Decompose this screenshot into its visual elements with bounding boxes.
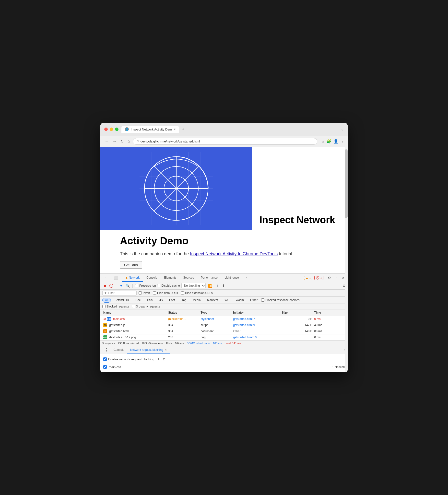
devtools-settings-button[interactable]: ⚙: [326, 275, 332, 281]
row2-name: JS getstarted.js: [102, 323, 167, 327]
invert-checkbox[interactable]: [138, 291, 142, 294]
clear-button[interactable]: 🚫: [109, 283, 114, 288]
tab-lighthouse[interactable]: Lighthouse: [221, 274, 242, 282]
devtools-inspect-button[interactable]: ⬜: [113, 275, 120, 281]
close-window-button[interactable]: [104, 127, 108, 131]
export-button[interactable]: ⬇: [221, 283, 226, 288]
type-filter-ws[interactable]: WS: [222, 298, 232, 302]
type-filter-js[interactable]: JS: [157, 298, 165, 302]
browser-window: 🌐 Inspect Network Activity Dem × + ⌄ ← →…: [100, 123, 348, 372]
blocking-content: Enable network request blocking + ⊘ main…: [100, 354, 348, 372]
row2-initiator: getstarted.html:9: [232, 323, 281, 327]
address-input[interactable]: ⊙ devtools.glitch.me/network/getstarted.…: [133, 138, 317, 145]
reload-button[interactable]: ↻: [120, 138, 125, 144]
blocked-checks: Blocked requests 3rd-party requests: [100, 304, 348, 309]
add-blocking-rule-button[interactable]: +: [156, 357, 161, 362]
tab-network-request-blocking[interactable]: Network request blocking ×: [127, 346, 170, 354]
tab-more[interactable]: »: [242, 274, 251, 282]
forward-button[interactable]: →: [112, 138, 118, 144]
description-link[interactable]: Inspect Network Activity In Chrome DevTo…: [190, 251, 278, 256]
table-row[interactable]: JS getstarted.js 304 script getstarted.h…: [100, 322, 348, 328]
bottom-panel-menu-button[interactable]: ⋮: [102, 347, 111, 353]
third-party-requests-label[interactable]: 3rd-party requests: [132, 305, 160, 308]
error-badge: 🚫 1: [314, 276, 323, 280]
type-filter-other[interactable]: Other: [247, 298, 260, 302]
new-tab-button[interactable]: +: [180, 126, 187, 133]
throttle-select[interactable]: No throttling: [181, 283, 206, 289]
minimize-window-button[interactable]: [110, 127, 113, 131]
get-data-button[interactable]: Get Data: [120, 261, 142, 269]
preserve-log-label[interactable]: Preserve log: [135, 284, 156, 288]
scrollbar[interactable]: [345, 147, 348, 372]
blocking-rule-checkbox[interactable]: [103, 365, 107, 369]
window-controls-right[interactable]: ⌄: [341, 127, 344, 131]
table-row[interactable]: IMG devtools.s…512.png 200 png getstarte…: [100, 334, 348, 341]
scrollbar-thumb[interactable]: [345, 149, 348, 218]
network-toolbar: ⏺ 🚫 ▼ 🔍 Preserve log Disable cache: [100, 282, 348, 289]
table-row[interactable]: H getstarted.html 304 document Other 148…: [100, 328, 348, 334]
preserve-log-checkbox[interactable]: [135, 284, 138, 287]
address-actions: ☆ 🧩 👤 ⋮: [321, 139, 344, 144]
hide-ext-urls-label[interactable]: Hide extension URLs: [181, 291, 213, 295]
tab-elements[interactable]: Elements: [161, 274, 180, 282]
page-content: Inspect Network Activity Demo This is th…: [100, 147, 348, 274]
invert-label[interactable]: Invert: [138, 291, 150, 295]
extensions-button[interactable]: 🧩: [326, 139, 331, 144]
type-filter-all[interactable]: All: [102, 298, 111, 302]
page-layout: Inspect Network Activity Demo This is th…: [100, 147, 348, 372]
tab-blocking-close-button[interactable]: ×: [165, 348, 167, 352]
chrome-menu-button[interactable]: ⋮: [340, 139, 344, 144]
finish-time: Finish: 164 ms: [166, 342, 184, 345]
disable-cache-checkbox[interactable]: [157, 284, 160, 287]
type-filter-img[interactable]: Img: [179, 298, 189, 302]
filter-toggle-button[interactable]: ▼: [119, 283, 124, 288]
tab-performance[interactable]: Performance: [197, 274, 221, 282]
tab-sources[interactable]: Sources: [180, 274, 197, 282]
row4-status: 200: [167, 335, 200, 339]
type-filters: All Fetch/XHR Doc CSS JS Font Img Media …: [100, 297, 348, 304]
clear-blocking-rules-button[interactable]: ⊘: [163, 357, 165, 361]
import-button[interactable]: ⬆: [215, 283, 220, 288]
type-filter-media[interactable]: Media: [190, 298, 204, 302]
blocking-rule[interactable]: main.css 1 blocked: [103, 364, 345, 370]
back-button[interactable]: ←: [104, 138, 110, 144]
active-tab[interactable]: 🌐 Inspect Network Activity Dem ×: [122, 126, 179, 133]
type-filter-wasm[interactable]: Wasm: [233, 298, 247, 302]
filter-input-container: ▼: [102, 290, 136, 295]
type-filter-font[interactable]: Font: [166, 298, 178, 302]
record-button[interactable]: ⏺: [102, 283, 107, 288]
type-filter-fetch-xhr[interactable]: Fetch/XHR: [112, 298, 132, 302]
tab-network[interactable]: ▲ Network: [122, 274, 143, 282]
hide-data-urls-checkbox[interactable]: [153, 291, 156, 294]
devtools-more-button[interactable]: ⋮: [333, 275, 340, 281]
blocked-response-cookies-checkbox[interactable]: [261, 298, 264, 302]
bookmark-button[interactable]: ☆: [321, 139, 325, 144]
hide-ext-urls-checkbox[interactable]: [181, 291, 184, 294]
table-row[interactable]: ⊗ CSS main.css (blocked:de… stylesheet g…: [100, 316, 348, 322]
blocking-rule-count: 1 blocked: [332, 365, 345, 369]
maximize-window-button[interactable]: [115, 127, 119, 131]
row3-status: 304: [167, 329, 200, 333]
avatar-button[interactable]: 👤: [333, 139, 338, 144]
hide-data-urls-label[interactable]: Hide data URLs: [153, 291, 178, 295]
disable-cache-label[interactable]: Disable cache: [157, 284, 180, 288]
devtools-tabs: ⋮⋮ ⬜ ▲ Network Console Elements Sources …: [100, 274, 348, 282]
blocked-requests-label[interactable]: Blocked requests: [102, 305, 129, 308]
enable-blocking-checkbox[interactable]: [103, 358, 107, 361]
col-type: Type: [200, 310, 232, 315]
third-party-requests-checkbox[interactable]: [132, 305, 135, 308]
filter-input[interactable]: [108, 291, 133, 295]
type-filter-doc[interactable]: Doc: [133, 298, 143, 302]
enable-blocking-label[interactable]: Enable network request blocking: [103, 358, 154, 361]
blocked-response-cookies-label[interactable]: Blocked response cookies: [261, 298, 299, 302]
home-button[interactable]: ⌂: [127, 138, 131, 144]
blocked-requests-checkbox[interactable]: [102, 305, 106, 308]
type-filter-manifest[interactable]: Manifest: [204, 298, 221, 302]
search-button[interactable]: 🔍: [125, 283, 130, 288]
tab-console[interactable]: Console: [143, 274, 161, 282]
security-icon: ⊙: [136, 139, 139, 143]
tab-close-button[interactable]: ×: [174, 127, 176, 131]
type-filter-css[interactable]: CSS: [144, 298, 156, 302]
devtools-dock-button[interactable]: ⋮⋮: [102, 275, 112, 281]
tab-console-bottom[interactable]: Console: [111, 346, 127, 354]
